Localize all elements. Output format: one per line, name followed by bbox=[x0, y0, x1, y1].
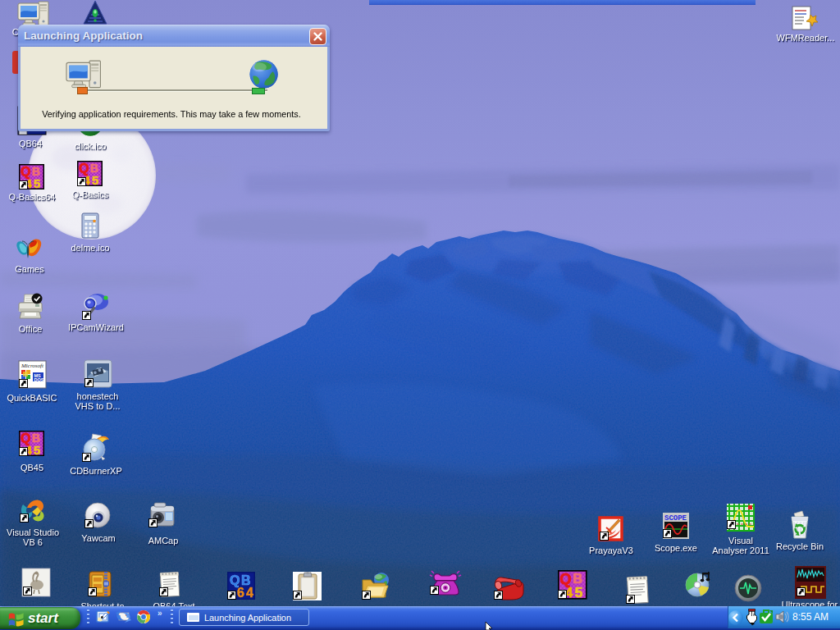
svg-text:SCOPE: SCOPE bbox=[664, 514, 687, 523]
svg-text:DOS: DOS bbox=[34, 377, 44, 382]
svg-text:Microsoft: Microsoft bbox=[21, 363, 44, 369]
svg-text:»: » bbox=[158, 609, 162, 618]
